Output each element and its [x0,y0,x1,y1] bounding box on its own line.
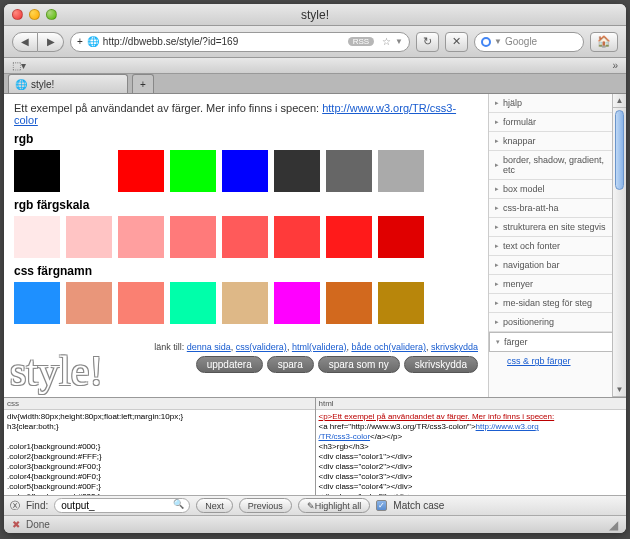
highlight-label: Highlight all [315,501,362,511]
nav-buttons: ◀ ▶ [12,32,64,52]
sidebar-item[interactable]: ▸box model [489,180,612,199]
sidebar-item[interactable]: ▸text och fonter [489,237,612,256]
save-button[interactable]: spara [267,356,314,373]
chevron-icon: ▸ [495,223,499,231]
scroll-thumb[interactable] [615,110,624,190]
color-swatch [14,282,60,324]
intro-text: Ett exempel på användandet av färger. Me… [14,102,478,126]
swatches-scale [14,216,478,258]
color-swatch [222,150,268,192]
swatches-names [14,282,478,324]
scroll-up-button[interactable]: ▲ [613,94,626,108]
sidebar-item[interactable]: ▸navigation bar [489,256,612,275]
page: Ett exempel på användandet av färger. Me… [4,94,626,397]
swatches-rgb [14,150,478,192]
find-input[interactable] [54,498,190,513]
color-swatch [326,216,372,258]
heading-rgb: rgb [14,132,478,146]
color-swatch [170,150,216,192]
css-code[interactable]: div{width:80px;height:80px;float:left;ma… [4,410,315,495]
vertical-scrollbar[interactable]: ▲ ▼ [612,94,626,397]
color-swatch [118,150,164,192]
chevron-icon: ▸ [495,261,499,269]
dropdown-icon[interactable]: ▼ [395,37,403,46]
main-column: Ett exempel på användandet av färger. Me… [4,94,626,515]
color-swatch [118,282,164,324]
links-label: länk till: [154,342,187,352]
tab-active[interactable]: 🌐 style! [8,74,128,93]
bookmark-plus-icon[interactable]: + [77,36,83,47]
titlebar: style! [4,4,626,26]
html-label: html [316,398,627,410]
highlight-all-button[interactable]: ✎ Highlight all [298,498,371,513]
match-case-label: Match case [393,500,444,511]
chevron-icon: ▸ [495,137,499,145]
chevron-icon: ▸ [495,99,499,107]
match-case-checkbox[interactable]: ✓ [376,500,387,511]
heading-css-names: css färgnamn [14,264,478,278]
code-split: css div{width:80px;height:80px;float:lef… [4,397,626,495]
color-swatch [222,216,268,258]
chevron-icon: ▸ [495,242,499,250]
find-prev-button[interactable]: Previous [239,498,292,513]
sidebar-item[interactable]: ▾färger [489,332,612,352]
tab-label: style! [31,79,54,90]
bookmark-star-icon[interactable]: ☆ [382,36,391,47]
sidebar-subitem: css & rgb färger [489,352,612,370]
footer-link[interactable]: denna sida [187,342,231,352]
html-code[interactable]: <p>Ett exempel på användandet av färger.… [316,410,627,495]
bookmarks-bar: ⬚▾ » [4,58,626,74]
color-swatch [14,150,60,192]
protect-button[interactable]: skrivskydda [404,356,478,373]
footer-link[interactable]: html(validera) [292,342,347,352]
sidebar-item[interactable]: ▸formulär [489,113,612,132]
sidebar-item[interactable]: ▸knappar [489,132,612,151]
home-button[interactable]: 🏠 [590,32,618,52]
back-button[interactable]: ◀ [12,32,38,52]
chevron-icon: ▸ [495,161,499,169]
sidebar-item[interactable]: ▸css-bra-att-ha [489,199,612,218]
sidebar-item[interactable]: ▸positionering [489,313,612,332]
reload-button[interactable]: ↻ [416,32,439,52]
footer-link[interactable]: både och(validera) [351,342,426,352]
scroll-down-button[interactable]: ▼ [613,383,626,397]
color-swatch [274,150,320,192]
color-swatch [118,216,164,258]
chevron-icon: ▸ [495,185,499,193]
sidebar-item[interactable]: ▸me-sidan steg för steg [489,294,612,313]
svg-point-0 [482,38,490,46]
bookmarks-folder[interactable]: ⬚▾ [12,60,26,71]
find-next-button[interactable]: Next [196,498,233,513]
page-main: Ett exempel på användandet av färger. Me… [4,94,488,397]
rss-badge[interactable]: RSS [348,37,374,46]
tab-favicon: 🌐 [15,79,27,90]
find-bar: ⓧ Find: 🔍 Next Previous ✎ Highlight all … [4,495,626,515]
chevron-icon: ▸ [495,299,499,307]
sidebar-sublink[interactable]: css & rgb färger [507,356,571,366]
search-field[interactable]: ▼ Google [474,32,584,52]
sidebar-item[interactable]: ▸menyer [489,275,612,294]
url-field[interactable]: + 🌐 http://dbwebb.se/style/?id=169 RSS ☆… [70,32,410,52]
new-tab-button[interactable]: + [132,74,154,93]
footer-link[interactable]: skrivskydda [431,342,478,352]
stop-button[interactable]: ✕ [445,32,468,52]
forward-button[interactable]: ▶ [38,32,64,52]
scroll-track[interactable] [613,108,626,383]
sidebar-item[interactable]: ▸strukturera en site stegvis [489,218,612,237]
html-pane: html <p>Ett exempel på användandet av fä… [316,398,627,495]
bookmarks-chevron-icon[interactable]: » [612,60,618,71]
footer-link[interactable]: css(validera) [236,342,287,352]
update-button[interactable]: uppdatera [196,356,263,373]
find-close-button[interactable]: ⓧ [10,499,20,513]
css-label: css [4,398,315,410]
window-title: style! [4,8,626,22]
resize-grip-icon[interactable]: ◢ [609,518,618,532]
color-swatch [222,282,268,324]
sidebar-item[interactable]: ▸hjälp [489,94,612,113]
tab-bar: 🌐 style! + [4,74,626,94]
style-logo: style! [10,347,103,395]
sidebar-item[interactable]: ▸border, shadow, gradient, etc [489,151,612,180]
saveas-button[interactable]: spara som ny [318,356,400,373]
color-swatch [14,216,60,258]
status-text: Done [26,519,50,530]
